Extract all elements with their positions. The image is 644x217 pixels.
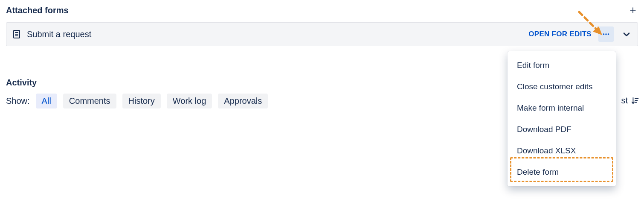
attached-forms-heading: Attached forms bbox=[6, 6, 69, 15]
activity-tab-history[interactable]: History bbox=[122, 94, 161, 108]
expand-form-button[interactable] bbox=[621, 28, 632, 40]
form-actions-dropdown: Edit form Close customer edits Make form… bbox=[508, 51, 616, 186]
activity-show-label: Show: bbox=[6, 96, 30, 106]
activity-tab-comments[interactable]: Comments bbox=[63, 94, 116, 108]
activity-tab-worklog[interactable]: Work log bbox=[167, 94, 212, 108]
dropdown-item-delete-form[interactable]: Delete form bbox=[508, 161, 616, 183]
chevron-down-icon bbox=[621, 28, 632, 40]
attached-form-title: Submit a request bbox=[27, 29, 91, 39]
dropdown-item-edit-form[interactable]: Edit form bbox=[508, 55, 616, 76]
activity-tab-approvals[interactable]: Approvals bbox=[218, 94, 268, 108]
form-icon bbox=[12, 29, 22, 39]
add-form-button[interactable] bbox=[628, 5, 638, 15]
svg-point-6 bbox=[608, 33, 609, 35]
svg-point-5 bbox=[605, 33, 607, 35]
more-horizontal-icon bbox=[601, 29, 611, 39]
dropdown-item-download-xlsx[interactable]: Download XLSX bbox=[508, 140, 616, 161]
dropdown-item-make-form-internal[interactable]: Make form internal bbox=[508, 97, 616, 119]
activity-sort-control[interactable]: st bbox=[621, 96, 640, 106]
dropdown-item-close-customer-edits[interactable]: Close customer edits bbox=[508, 76, 616, 97]
activity-tab-all[interactable]: All bbox=[36, 94, 57, 108]
sort-icon bbox=[630, 96, 640, 106]
dropdown-item-download-pdf[interactable]: Download PDF bbox=[508, 119, 616, 140]
form-status-label[interactable]: OPEN FOR EDITS bbox=[528, 30, 592, 38]
plus-icon bbox=[629, 6, 637, 15]
attached-form-row[interactable]: Submit a request OPEN FOR EDITS bbox=[6, 22, 638, 46]
activity-sort-label-fragment: st bbox=[621, 96, 628, 106]
svg-point-4 bbox=[603, 33, 605, 35]
form-more-actions-button[interactable] bbox=[598, 26, 614, 42]
